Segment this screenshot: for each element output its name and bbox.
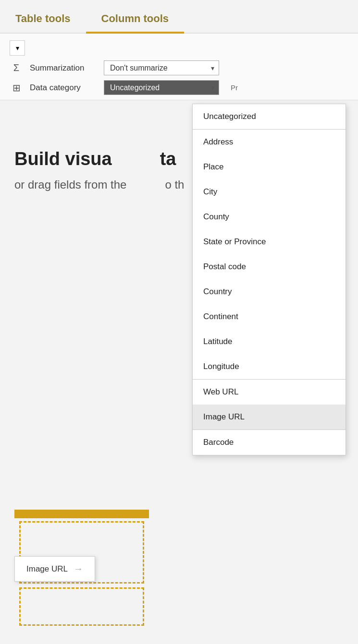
dropdown-item-uncategorized[interactable]: Uncategorized [193,104,346,129]
summarization-select-wrapper: Don't summarize Sum Average Count Min Ma… [104,60,219,75]
category-icon: ⊞ [10,82,23,94]
dropdown-item-barcode[interactable]: Barcode [193,430,346,455]
ribbon-partial-text: Pr [226,83,238,92]
image-url-tooltip: Image URL → [14,556,95,582]
dropdown-item-web-url[interactable]: Web URL [193,380,346,405]
dropdown-item-country[interactable]: Country [193,279,346,304]
main-subtitle-partial: or drag fields from the [14,178,126,191]
tab-table-tools[interactable]: Table tools [0,8,86,34]
dropdown-item-image-url[interactable]: Image URL [193,405,346,429]
main-subtitle-end: o th [165,178,184,191]
dropdown-item-place[interactable]: Place [193,155,346,179]
data-category-label: Data category [30,83,97,93]
ribbon-arrow-button[interactable]: ▾ [10,40,25,56]
data-category-select-wrapper: Uncategorized [104,80,219,95]
main-title-end: ta [160,149,176,169]
tab-table-tools-label: Table tools [15,12,71,24]
ribbon-row-controls: ▾ [10,40,348,56]
dropdown-item-city[interactable]: City [193,179,346,204]
dropdown-item-postal-code[interactable]: Postal code [193,254,346,279]
dropdown-item-continent[interactable]: Continent [193,304,346,329]
ribbon-summarization-row: Σ Summarization Don't summarize Sum Aver… [10,60,348,75]
image-url-tooltip-label: Image URL [26,564,68,574]
tab-bar: Table tools Column tools [0,0,358,34]
summarization-label: Summarization [30,63,97,73]
arrow-icon: ▾ [16,44,19,52]
yellow-bar [14,510,149,518]
sigma-icon: Σ [10,62,23,73]
tab-column-tools[interactable]: Column tools [86,8,185,34]
dropdown-item-county[interactable]: County [193,204,346,229]
summarization-select[interactable]: Don't summarize Sum Average Count Min Ma… [104,60,219,75]
dropdown-item-state-or-province[interactable]: State or Province [193,229,346,254]
tooltip-arrow-icon: → [74,563,83,574]
data-category-dropdown: Uncategorized Address Place City County … [192,104,346,455]
ribbon-category-row: ⊞ Data category Uncategorized Pr [10,80,348,95]
tab-column-tools-label: Column tools [101,12,169,24]
ribbon: ▾ Σ Summarization Don't summarize Sum Av… [0,34,358,100]
dropdown-item-latitude[interactable]: Latitude [193,329,346,354]
dropdown-item-address[interactable]: Address [193,130,346,155]
main-title-partial: Build visua [14,149,112,169]
dropdown-item-longitude[interactable]: Longitude [193,354,346,379]
data-category-select[interactable]: Uncategorized [104,80,219,95]
dashed-rect-bottom [19,587,144,626]
